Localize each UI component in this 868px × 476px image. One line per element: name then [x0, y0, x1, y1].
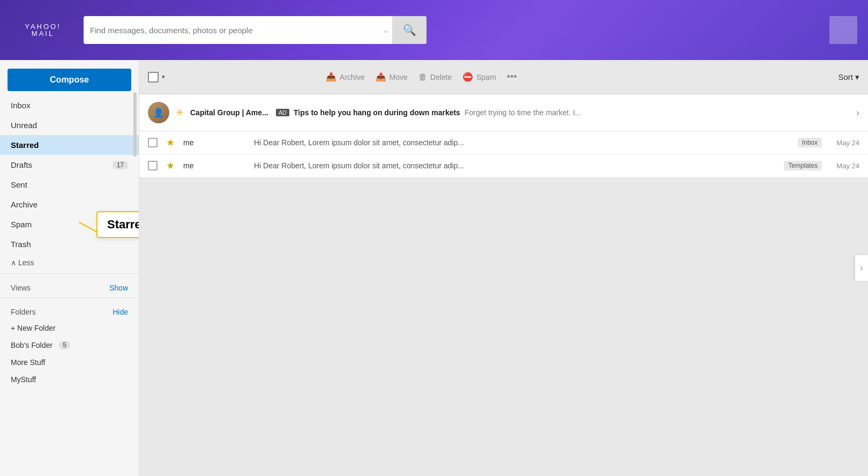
sidebar-item-label: Archive	[11, 200, 38, 209]
folder-name: More Stuff	[11, 358, 45, 367]
header-right	[829, 16, 857, 44]
ad-avatar-image: 👤	[148, 102, 169, 123]
folders-action[interactable]: Hide	[113, 308, 128, 316]
sidebar-item-label: Drafts	[11, 160, 32, 169]
email-preview: Hi Dear Robert, Lorem ipsum dolor sit am…	[254, 138, 464, 147]
views-label: Views	[11, 284, 31, 292]
sidebar-item-inbox[interactable]: Inbox	[0, 95, 139, 115]
scroll-indicator	[133, 92, 137, 157]
email-checkbox[interactable]	[148, 138, 158, 147]
search-button[interactable]: 🔍	[392, 16, 426, 44]
email-body: Hi Dear Robert, Lorem ipsum dolor sit am…	[254, 161, 777, 170]
email-body: Hi Dear Robert, Lorem ipsum dolor sit am…	[254, 138, 791, 147]
folder-name: Bob's Folder	[11, 341, 53, 349]
views-action[interactable]: Show	[109, 284, 128, 292]
less-toggle[interactable]: ∧ Less	[0, 254, 139, 271]
toolbar: ▾ 📥 Archive 📤 Move 🗑 Delete ⛔ Spam	[139, 60, 868, 94]
sort-chevron-icon: ▾	[855, 72, 859, 82]
email-list: 👤 ✳ Capital Group | Ame... AD Tips to he…	[139, 94, 868, 476]
mystuff-folder-item[interactable]: MyStuff	[0, 371, 139, 388]
spam-label: Spam	[476, 73, 496, 81]
spam-icon: ⛔	[462, 72, 473, 82]
starred-tooltip: Starred	[96, 211, 139, 238]
main-layout: Compose Inbox Unread Starred Drafts 17 S…	[0, 60, 868, 476]
sidebar-item-sent[interactable]: Sent	[0, 175, 139, 195]
ad-subject: Tips to help you hang on during down mar…	[294, 108, 460, 117]
side-expand-arrow[interactable]: ›	[855, 255, 868, 281]
folders-label: Folders	[11, 308, 36, 316]
email-row[interactable]: ★ me Hi Dear Robert, Lorem ipsum dolor s…	[139, 154, 868, 177]
folder-badge: 5	[59, 341, 70, 349]
ad-preview: Forget trying to time the market. I...	[465, 108, 581, 117]
sidebar: Compose Inbox Unread Starred Drafts 17 S…	[0, 60, 139, 476]
search-input[interactable]	[90, 26, 384, 35]
content-area: ▾ 📥 Archive 📤 Move 🗑 Delete ⛔ Spam	[139, 60, 868, 476]
ad-sender: Capital Group | Ame...	[190, 108, 268, 117]
sort-button[interactable]: Sort ▾	[838, 72, 859, 82]
select-all-checkbox[interactable]	[148, 72, 159, 83]
star-icon[interactable]: ★	[166, 137, 175, 148]
spam-button[interactable]: ⛔ Spam	[462, 72, 496, 82]
more-stuff-folder-item[interactable]: More Stuff	[0, 354, 139, 371]
new-folder-item[interactable]: + New Folder	[0, 319, 139, 337]
sidebar-item-label: Inbox	[11, 101, 31, 110]
move-button[interactable]: 📤 Move	[376, 72, 408, 82]
archive-label: Archive	[340, 73, 365, 81]
email-sender: me	[183, 161, 248, 170]
avatar[interactable]	[829, 16, 857, 44]
sidebar-item-label: Starred	[11, 140, 39, 150]
divider	[0, 273, 139, 274]
compose-button[interactable]: Compose	[8, 69, 131, 91]
archive-button[interactable]: 📥 Archive	[326, 72, 365, 82]
email-date: May 24	[833, 139, 859, 147]
archive-icon: 📥	[326, 72, 336, 82]
yahoo-logo: YAHOO! MAIL	[11, 23, 75, 37]
delete-button[interactable]: 🗑 Delete	[418, 72, 452, 82]
ad-content: Capital Group | Ame... AD Tips to help y…	[190, 108, 850, 117]
drafts-badge: 17	[113, 161, 128, 169]
move-icon: 📤	[376, 72, 386, 82]
sidebar-item-label: Trash	[11, 240, 31, 249]
ad-badge: AD	[276, 109, 289, 116]
search-dropdown-icon[interactable]: ⌵	[384, 26, 388, 34]
email-preview: Hi Dear Robert, Lorem ipsum dolor sit am…	[254, 161, 464, 170]
email-date: May 24	[833, 162, 859, 170]
email-sender: me	[183, 138, 248, 147]
folder-name: MyStuff	[11, 375, 36, 384]
sidebar-item-label: Unread	[11, 121, 37, 130]
delete-icon: 🗑	[418, 72, 427, 82]
sidebar-item-starred[interactable]: Starred	[0, 135, 139, 155]
toolbar-actions: 📥 Archive 📤 Move 🗑 Delete ⛔ Spam •••	[326, 71, 517, 83]
tooltip-label: Starred	[107, 218, 139, 231]
delete-label: Delete	[430, 73, 452, 81]
star-icon[interactable]: ★	[166, 160, 175, 172]
search-bar: ⌵ 🔍	[84, 16, 426, 44]
email-checkbox[interactable]	[148, 161, 158, 170]
move-label: Move	[390, 73, 408, 81]
toolbar-left: ▾	[148, 72, 165, 83]
sidebar-item-label: Spam	[11, 220, 32, 229]
email-tag: Inbox	[798, 138, 822, 147]
ad-avatar: 👤	[148, 102, 169, 123]
select-dropdown-icon[interactable]: ▾	[162, 73, 165, 80]
more-button[interactable]: •••	[507, 71, 517, 83]
app-header: YAHOO! MAIL ⌵ 🔍	[0, 0, 868, 60]
sidebar-item-drafts[interactable]: Drafts 17	[0, 155, 139, 175]
email-tag: Templates	[784, 161, 822, 170]
sort-label: Sort	[838, 72, 853, 81]
ad-expand-icon[interactable]: ›	[856, 107, 859, 118]
divider	[0, 298, 139, 298]
email-row[interactable]: ★ me Hi Dear Robert, Lorem ipsum dolor s…	[139, 131, 868, 154]
ad-email-row[interactable]: 👤 ✳ Capital Group | Ame... AD Tips to he…	[139, 94, 868, 131]
yahoo-logo-line2: MAIL	[11, 30, 75, 37]
sidebar-item-unread[interactable]: Unread	[0, 115, 139, 135]
views-section: Views Show	[0, 276, 139, 295]
folders-section: Folders Hide	[0, 300, 139, 319]
new-folder-label: + New Folder	[11, 324, 56, 332]
sidebar-item-label: Sent	[11, 180, 27, 189]
bobs-folder-item[interactable]: Bob's Folder 5	[0, 337, 139, 354]
ad-star-icon: ✳	[176, 107, 184, 118]
